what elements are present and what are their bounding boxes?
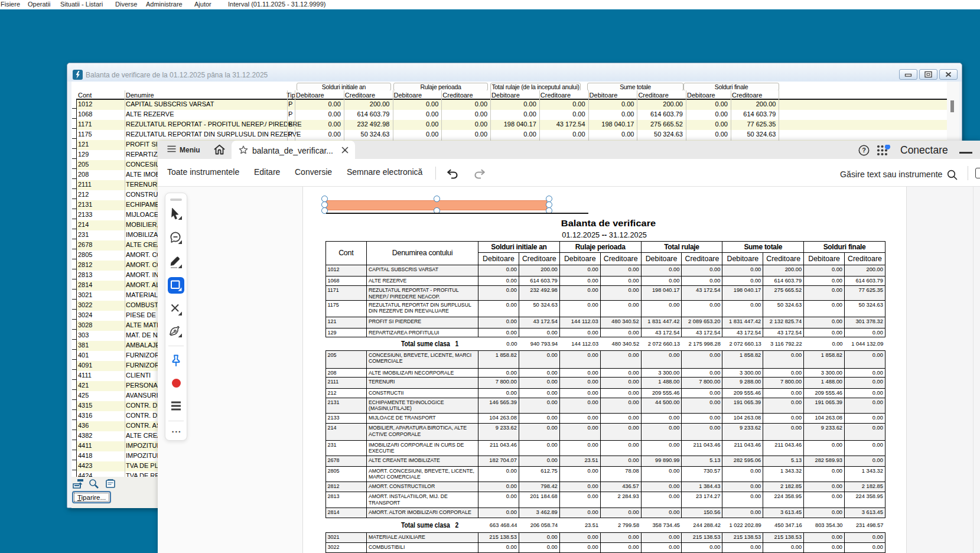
svg-text:?: ?	[862, 147, 866, 154]
